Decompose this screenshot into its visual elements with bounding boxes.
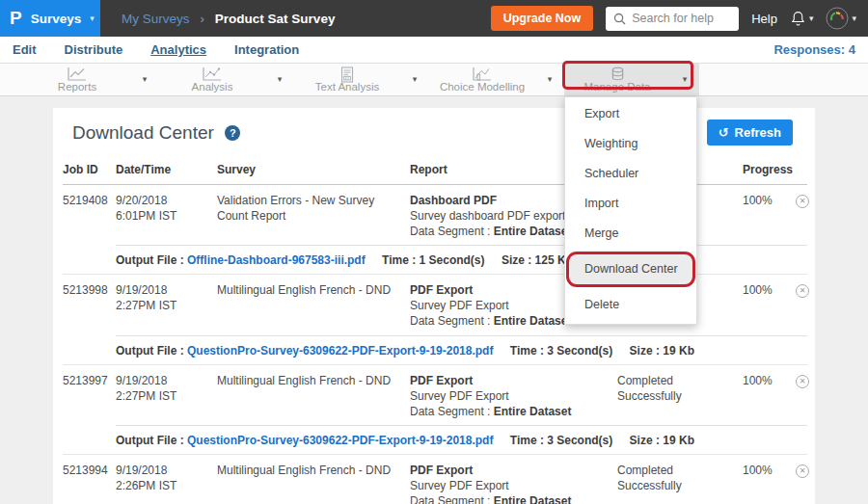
- toolbar-choice-modelling[interactable]: Choice Modelling ▾: [429, 64, 564, 95]
- output-file-link[interactable]: QuestionPro-Survey-6309622-PDF-Export-9-…: [187, 434, 493, 447]
- chevron-down-icon[interactable]: ▾: [265, 64, 294, 95]
- progress-cell: 100%: [743, 374, 796, 419]
- report-subtitle: Survey PDF Export: [410, 479, 606, 494]
- progress-cell: 100%: [743, 464, 796, 504]
- output-file-link[interactable]: QuestionPro-Survey-6309622-PDF-Export-9-…: [187, 344, 493, 358]
- tab-distribute[interactable]: Distribute: [65, 42, 123, 57]
- status-cell: Completed Successfully: [617, 374, 743, 419]
- toolbar-text-analysis[interactable]: Text Analysis ▾: [294, 64, 429, 95]
- column-header-job-id: Job ID: [63, 163, 116, 176]
- progress-cell: 100%: [743, 283, 796, 329]
- job-id-cell: 5219408: [63, 194, 116, 239]
- job-time: 3 Second(s): [547, 344, 612, 358]
- notifications-menu[interactable]: ▾: [790, 10, 814, 27]
- tab-analytics[interactable]: Analytics: [150, 42, 206, 57]
- help-link[interactable]: Help: [751, 12, 777, 26]
- column-header-progress: Progress: [743, 163, 796, 176]
- column-header-survey: Survey: [217, 163, 410, 176]
- manage-data-menu: ExportWeightingSchedulerImportMergeDownl…: [564, 96, 697, 325]
- date-time-cell: 9/19/2018 2:27PM IST: [116, 283, 217, 329]
- breadcrumb: My Surveys › Product Sat Survey: [122, 12, 335, 26]
- toolbar-reports[interactable]: Reports ▾: [24, 64, 159, 95]
- date-time-cell: 9/19/2018 2:26PM IST: [116, 464, 217, 504]
- account-menu[interactable]: ▾: [826, 7, 856, 30]
- breadcrumb-current-survey: Product Sat Survey: [215, 12, 336, 26]
- refresh-icon: ↺: [719, 126, 729, 139]
- cancel-job-icon[interactable]: ✕: [796, 464, 809, 478]
- bell-icon: [790, 10, 806, 27]
- tab-integration[interactable]: Integration: [234, 42, 299, 57]
- upgrade-now-button[interactable]: Upgrade Now: [491, 6, 594, 31]
- data-segment: Data Segment : Entire Dataset: [410, 494, 606, 504]
- report-title: PDF Export: [410, 464, 606, 479]
- toolbar-choice-modelling-label: Choice Modelling: [440, 81, 525, 93]
- chevron-down-icon[interactable]: ▾: [535, 64, 564, 95]
- download-center-header: Download Center ? ↺ Refresh: [53, 108, 815, 154]
- table-body: 5219408 9/20/2018 6:01PM IST Validation …: [53, 185, 815, 504]
- menu-item-export[interactable]: Export: [565, 99, 696, 129]
- breadcrumb-my-surveys[interactable]: My Surveys: [122, 12, 190, 26]
- menu-item-download-center[interactable]: Download Center: [569, 254, 692, 284]
- questionpro-logo-icon: P: [10, 8, 22, 29]
- menu-item-delete[interactable]: Delete: [565, 290, 696, 320]
- page-title: Download Center: [72, 122, 214, 143]
- survey-cell: Multilingual English French - DND: [217, 464, 410, 504]
- output-file-row: Output File : QuestionPro-Survey-6309622…: [116, 425, 807, 454]
- search-icon: [613, 13, 626, 25]
- job-time: 1 Second(s): [420, 253, 485, 267]
- cancel-job-icon[interactable]: ✕: [796, 284, 809, 298]
- help-search-box[interactable]: [606, 7, 739, 31]
- chevron-down-icon: ▾: [90, 14, 95, 23]
- download-center-panel: Download Center ? ↺ Refresh Job ID Date/…: [53, 108, 815, 504]
- responses-count[interactable]: Responses: 4: [773, 42, 855, 57]
- job-id-cell: 5213994: [63, 464, 116, 504]
- refresh-button[interactable]: ↺ Refresh: [707, 119, 793, 146]
- surveys-menu-label: Surveys: [31, 12, 82, 26]
- toolbar-manage-data-label: Manage Data: [583, 81, 650, 93]
- table-row: 5213994 9/19/2018 2:26PM IST Multilingua…: [63, 455, 807, 504]
- output-file-row: Output File : Offline-Dashboard-967583-i…: [116, 245, 807, 274]
- surveys-menu[interactable]: P Surveys ▾: [0, 0, 100, 37]
- date-time-cell: 9/19/2018 2:27PM IST: [116, 374, 217, 419]
- report-title: PDF Export: [410, 374, 606, 389]
- column-header-date-time: Date/Time: [116, 163, 217, 176]
- toolbar-reports-label: Reports: [58, 81, 96, 93]
- topbar: P Surveys ▾ My Surveys › Product Sat Sur…: [0, 0, 868, 37]
- tab-edit[interactable]: Edit: [13, 42, 37, 57]
- report-cell: PDF Export Survey PDF Export Data Segmen…: [410, 374, 617, 419]
- cancel-job-icon[interactable]: ✕: [796, 195, 809, 208]
- job-size: 19 Kb: [663, 344, 694, 358]
- survey-nav: Edit Distribute Analytics Integration Re…: [0, 37, 868, 64]
- toolbar-manage-data[interactable]: Manage Data ▾: [564, 64, 699, 95]
- data-segment: Data Segment : Entire Dataset: [410, 405, 606, 420]
- job-time: 3 Second(s): [547, 434, 612, 447]
- report-cell: PDF Export Survey PDF Export Data Segmen…: [410, 464, 617, 504]
- status-cell: Completed Successfully: [617, 464, 743, 504]
- toolbar-analysis[interactable]: Analysis ▾: [159, 64, 294, 95]
- search-input[interactable]: [632, 12, 731, 25]
- menu-item-merge[interactable]: Merge: [565, 219, 696, 249]
- job-size: 19 Kb: [663, 434, 694, 447]
- help-circle-icon[interactable]: ?: [225, 125, 240, 141]
- toolbar-text-analysis-label: Text Analysis: [315, 81, 379, 93]
- menu-item-import[interactable]: Import: [565, 189, 696, 219]
- cancel-job-icon[interactable]: ✕: [796, 375, 809, 388]
- survey-cell: Multilingual English French - DND: [217, 283, 410, 329]
- date-time-cell: 9/20/2018 6:01PM IST: [116, 194, 217, 239]
- menu-item-weighting[interactable]: Weighting: [565, 129, 696, 159]
- survey-cell: Multilingual English French - DND: [217, 374, 410, 419]
- job-id-cell: 5213997: [63, 374, 116, 419]
- output-file-link[interactable]: Offline-Dashboard-967583-iii.pdf: [187, 253, 366, 267]
- avatar: [826, 7, 849, 30]
- menu-item-scheduler[interactable]: Scheduler: [565, 159, 696, 189]
- chevron-down-icon: ▾: [852, 14, 856, 23]
- chevron-down-icon[interactable]: ▾: [130, 64, 159, 95]
- chevron-down-icon[interactable]: ▾: [400, 64, 429, 95]
- job-id-cell: 5213998: [63, 283, 116, 329]
- breadcrumb-separator-icon: ›: [201, 12, 204, 26]
- toolbar-analysis-label: Analysis: [192, 81, 233, 93]
- refresh-button-label: Refresh: [735, 125, 781, 140]
- progress-cell: 100%: [743, 194, 796, 239]
- output-file-row: Output File : QuestionPro-Survey-6309622…: [116, 335, 807, 364]
- chevron-down-icon[interactable]: ▾: [670, 64, 699, 95]
